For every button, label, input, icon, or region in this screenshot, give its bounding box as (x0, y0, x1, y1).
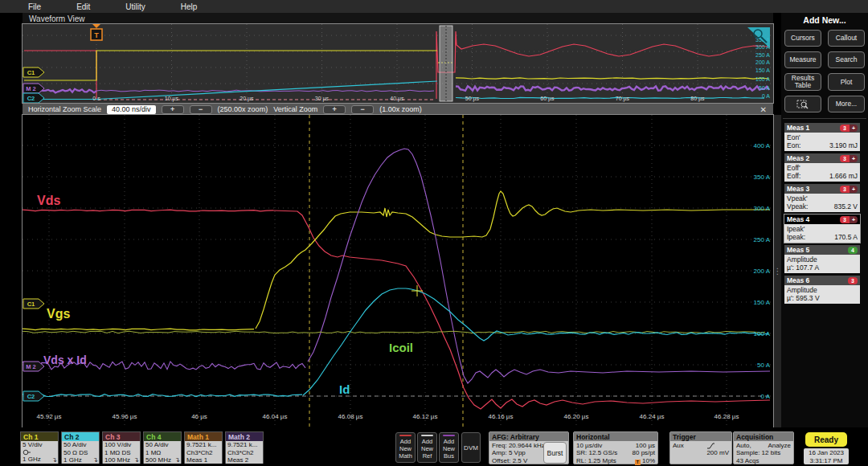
time-axis-label: 46.08 µs (338, 413, 363, 420)
dvm-button[interactable]: DVM (461, 432, 481, 463)
add-new-bus-button[interactable]: AddNewBus (439, 432, 459, 463)
vzoom-minus-button[interactable]: − (351, 105, 374, 114)
overview-waveform-panel[interactable]: 0 s10 µs20 µs30 µs40 µs50 µs60 µs70 µs80… (23, 24, 773, 103)
ready-status-badge: Ready (805, 432, 847, 447)
acq-analyze: Analyze (768, 442, 791, 449)
add-new-plotbutton[interactable]: Plot (828, 73, 865, 91)
channel-badge-ch-4[interactable]: Ch 450 A/div1 MΩ500 MHz↴ (143, 431, 182, 464)
time-axis-label: 46.12 µs (413, 413, 438, 420)
time-axis-label: 20 µs (240, 96, 254, 102)
time-axis-label: 46.16 µs (489, 413, 514, 420)
zoom-area-button[interactable] (784, 96, 821, 112)
trace-vds (23, 210, 273, 211)
channel-tag-label: C2 (27, 393, 35, 400)
trace-name-label: Vgs (47, 307, 70, 321)
meas-title: Meas 6 (787, 276, 809, 284)
hzoom-factor: (250.00x zoom) (218, 105, 268, 113)
hzoom-minus-button[interactable]: − (190, 105, 212, 114)
meas-value-label: Ipeak: (787, 233, 805, 241)
add-new-math-button[interactable]: AddNewMath (395, 432, 416, 463)
menu-corner-arrow-icon: ↴ (133, 456, 139, 464)
add-new-more-button[interactable]: More... (828, 96, 865, 112)
channel-badge-math-2[interactable]: Math 29.7521 k...Ch3*Ch2Meas 2 (225, 431, 264, 464)
current-axis-label: 100 A (754, 330, 771, 337)
channel-scale: 9.7521 k... (186, 441, 220, 449)
meas-badge-meas-3[interactable]: Meas 33+Vpeak'Vpeak:835.2 V (784, 184, 860, 212)
time-axis-label: 50 µs (465, 96, 480, 102)
time-axis-label: 45.92 µs (37, 413, 62, 420)
channel-name: Math 1 (185, 432, 222, 441)
close-zoom-icon[interactable]: ✕ (760, 105, 767, 114)
channel-badge-math-1[interactable]: Math 19.7521 k...Ch3*Ch2Meas 1 (184, 431, 223, 464)
meas-badge-meas-4[interactable]: Meas 43+Ipeak'Ipeak:170.5 A (784, 215, 860, 243)
add-new-ref-button[interactable]: AddNewRef (417, 432, 437, 463)
channel-scale: 100 V/div (104, 441, 138, 449)
afg-burst-button[interactable]: Burst (543, 442, 567, 464)
meas-value: 170.5 A (834, 233, 858, 241)
meas-badge-meas-1[interactable]: Meas 13+Eon'Eon:3.190 mJ (784, 123, 860, 151)
panel-splitter[interactable]: ⋮ (774, 115, 781, 427)
trace-vds-x-id (308, 149, 770, 383)
zoom-scale-value[interactable]: 40.00 ns/div (107, 105, 156, 114)
add-new-searchbutton[interactable]: Search (828, 51, 865, 68)
trace-id (522, 333, 768, 335)
h-scale: 10 µs/div (576, 442, 602, 449)
channel-badge-ch-1[interactable]: Ch 15 V/div1 GHz↴ (20, 431, 59, 464)
channel-scale: 50 A/div (63, 441, 97, 449)
date: 16 Jan 2023 (804, 449, 849, 457)
meas-title: Meas 5 (787, 246, 809, 254)
trigger-panel[interactable]: Trigger Aux 200 mV (669, 431, 732, 464)
meas-name: Ipeak' (787, 225, 858, 233)
rising-edge-icon (706, 442, 715, 449)
trace-vds (273, 211, 770, 409)
right-control-panel: Add New... CursorsCalloutMeasureSearchRe… (781, 13, 868, 431)
add-new-cursorsbutton[interactable]: Cursors (784, 30, 821, 47)
meas-badge-meas-6[interactable]: Meas 63Amplitudeµ': 595.3 V (784, 276, 860, 304)
channel-badge-ch-2[interactable]: Ch 250 A/div50 Ω DS1 GHz↴ (61, 431, 100, 464)
meas-badge-meas-2[interactable]: Meas 23+Eoff'Eoff:1.666 mJ (784, 153, 860, 182)
time-axis-label: 10 µs (165, 96, 179, 102)
menu-item-help[interactable]: Help (181, 2, 198, 11)
vzoom-plus-button[interactable]: + (323, 105, 346, 114)
current-axis-label: 300 A (754, 205, 771, 212)
horizontal-zoom-bar: Horizontal Zoom Scale 40.00 ns/div + − (… (23, 104, 773, 115)
meas-title: Meas 3 (787, 185, 809, 193)
acq-sample-bits: Sample: 12 bits (736, 449, 791, 456)
meas-title: Meas 4 (787, 215, 809, 223)
time-axis-label: 80 µs (690, 96, 705, 102)
h-span: 100 µs (636, 442, 655, 449)
add-new-measurebutton[interactable]: Measure (784, 51, 821, 68)
menu-item-utility[interactable]: Utility (125, 2, 145, 11)
expand-plus-icon: + (850, 216, 858, 223)
hzoom-plus-button[interactable]: + (162, 105, 184, 114)
probe-icon (23, 449, 31, 456)
meas-value-label: Eoff: (787, 172, 800, 180)
afg-panel[interactable]: AFG: Arbitrary Freq: 20.9644 kHz Amp: 5 … (489, 431, 569, 464)
time-axis-label: 46.20 µs (564, 413, 589, 420)
add-new-results-tablebutton[interactable]: Results Table (784, 73, 821, 91)
vertical-zoom-label: Vertical Zoom (273, 105, 317, 113)
trigger-source: Aux (673, 442, 684, 456)
trigger-level: 200 mV (706, 449, 729, 456)
time-axis-label: 60 µs (540, 96, 555, 102)
acquisition-panel[interactable]: Acquisition Auto,Analyze Sample: 12 bits… (733, 431, 794, 464)
date-time-display: 16 Jan 2023 3:31:17 PM (804, 448, 849, 464)
zoom-window-box[interactable] (440, 26, 452, 101)
trigger-title: Trigger (670, 432, 731, 441)
channel-termination: Ch3*Ch2 (227, 449, 261, 457)
channel-badge-ch-3[interactable]: Ch 3100 V/div1 MΩ DS100 MHz↴ (102, 431, 141, 464)
meas-name: Eon' (787, 133, 858, 141)
trigger-marker-arrow-icon[interactable] (92, 24, 100, 28)
horizontal-panel[interactable]: Horizontal 10 µs/div100 µs SR: 12.5 GS/s… (573, 431, 658, 464)
menu-item-file[interactable]: File (28, 2, 41, 11)
menu-item-edit[interactable]: Edit (76, 2, 90, 11)
meas-value: 3.190 mJ (829, 141, 858, 149)
meas-badge-meas-5[interactable]: Meas 54Amplitudeµ': 107.7 A (784, 245, 860, 273)
channel-scale: 50 A/div (145, 441, 179, 449)
add-new-calloutbutton[interactable]: Callout (828, 30, 865, 47)
channel-tag-label: M 2 (26, 85, 36, 92)
result-count-badge: 3+ (840, 216, 858, 223)
afg-title: AFG: Arbitrary (489, 432, 568, 441)
menu-bar: FileEditUtilityHelp (0, 0, 868, 13)
zoomed-waveform-panel[interactable]: 45.92 µs45.96 µs46 µs46.04 µs46.08 µs46.… (23, 115, 773, 427)
